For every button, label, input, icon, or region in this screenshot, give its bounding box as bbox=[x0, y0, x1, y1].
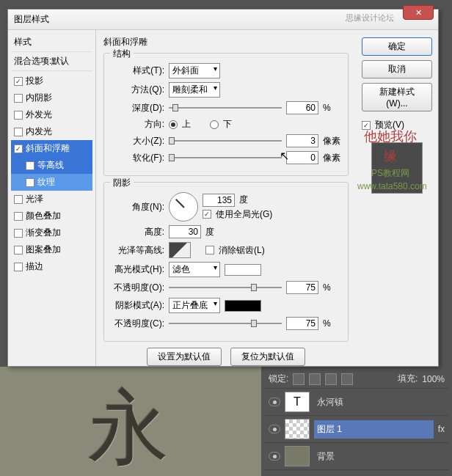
structure-group: 结构 样式(T): 外斜面 方法(Q): 雕刻柔和 深度(D): 60 % 方向… bbox=[103, 53, 349, 176]
angle-wheel[interactable] bbox=[169, 192, 198, 221]
style-checkbox[interactable] bbox=[26, 161, 34, 170]
style-item-内发光[interactable]: 内发光 bbox=[11, 123, 92, 140]
visibility-icon[interactable] bbox=[269, 425, 280, 433]
style-checkbox[interactable] bbox=[14, 94, 23, 103]
reset-default-button[interactable]: 复位为默认值 bbox=[230, 348, 305, 366]
visibility-icon[interactable] bbox=[269, 452, 280, 461]
direction-up-radio[interactable] bbox=[169, 120, 178, 129]
group-title: 结构 bbox=[110, 48, 134, 60]
shadow-opacity-slider[interactable] bbox=[169, 318, 282, 329]
highlight-opacity-slider[interactable] bbox=[169, 282, 282, 293]
depth-input[interactable]: 60 bbox=[286, 101, 318, 114]
size-input[interactable]: 3 bbox=[286, 134, 318, 147]
global-light-check[interactable]: ✓ bbox=[203, 210, 211, 219]
global-light-label: 使用全局光(G) bbox=[216, 208, 272, 221]
style-checkbox[interactable] bbox=[14, 195, 23, 204]
style-item-渐变叠加[interactable]: 渐变叠加 bbox=[11, 224, 92, 241]
titlebar[interactable]: 图层样式 思缘设计论坛 ✕ bbox=[8, 10, 438, 30]
style-checkbox[interactable] bbox=[14, 263, 23, 271]
style-checkbox[interactable]: ✓ bbox=[14, 77, 23, 86]
close-button[interactable]: ✕ bbox=[403, 5, 434, 20]
layer-label[interactable]: 永河镇 bbox=[314, 393, 445, 411]
style-item-图案叠加[interactable]: 图案叠加 bbox=[11, 241, 92, 258]
visibility-icon[interactable] bbox=[269, 398, 280, 406]
lock-all-icon[interactable] bbox=[341, 373, 353, 385]
depth-label: 深度(D): bbox=[112, 102, 164, 114]
highlight-mode-combo[interactable]: 滤色 bbox=[169, 262, 220, 277]
highlight-mode-label: 高光模式(H): bbox=[112, 263, 164, 276]
preview-check[interactable]: ✓ bbox=[362, 121, 371, 130]
altitude-unit: 度 bbox=[205, 226, 223, 238]
gloss-contour-picker[interactable] bbox=[169, 242, 191, 258]
layer-label[interactable]: 图层 1 bbox=[314, 420, 434, 439]
depth-slider[interactable] bbox=[169, 103, 282, 113]
shadow-color-swatch[interactable] bbox=[225, 300, 261, 312]
new-style-button[interactable]: 新建样式(W)... bbox=[362, 83, 432, 111]
direction-down-radio[interactable] bbox=[210, 120, 219, 129]
fill-value[interactable]: 100% bbox=[422, 374, 445, 384]
style-checkbox[interactable] bbox=[14, 229, 23, 238]
size-unit: 像素 bbox=[323, 135, 340, 147]
make-default-button[interactable]: 设置为默认值 bbox=[147, 348, 222, 366]
style-item-投影[interactable]: ✓投影 bbox=[11, 73, 92, 89]
style-item-内阴影[interactable]: 内阴影 bbox=[11, 89, 92, 106]
angle-label: 角度(N): bbox=[112, 201, 164, 213]
layers-lock-row: 锁定: 填充: 100% bbox=[264, 370, 449, 389]
altitude-input[interactable]: 30 bbox=[169, 225, 201, 238]
size-slider[interactable] bbox=[169, 136, 282, 146]
angle-input[interactable]: 135 bbox=[203, 194, 235, 207]
ok-button[interactable]: 确定 bbox=[362, 37, 432, 56]
bevel-settings: 斜面和浮雕 结构 样式(T): 外斜面 方法(Q): 雕刻柔和 深度(D): 6… bbox=[96, 30, 356, 366]
style-checkbox[interactable] bbox=[14, 212, 23, 221]
style-label: 内阴影 bbox=[26, 92, 52, 104]
style-item-光泽[interactable]: 光泽 bbox=[11, 191, 92, 208]
styles-header[interactable]: 样式 bbox=[11, 33, 92, 52]
shadow-opacity-unit: % bbox=[323, 318, 340, 329]
lock-pixels-icon[interactable] bbox=[309, 373, 321, 385]
style-item-颜色叠加[interactable]: 颜色叠加 bbox=[11, 208, 92, 224]
style-checkbox[interactable] bbox=[26, 178, 34, 187]
layer-row[interactable]: 图层 1 fx bbox=[264, 416, 449, 443]
style-checkbox[interactable] bbox=[14, 246, 23, 255]
shadow-opacity-input[interactable]: 75 bbox=[286, 317, 318, 330]
depth-unit: % bbox=[323, 103, 340, 113]
highlight-opacity-input[interactable]: 75 bbox=[286, 281, 318, 294]
highlight-color-swatch[interactable] bbox=[225, 264, 261, 276]
lock-position-icon[interactable] bbox=[325, 373, 337, 385]
style-combo[interactable]: 外斜面 bbox=[169, 63, 220, 78]
altitude-label: 高度: bbox=[112, 226, 164, 238]
angle-unit: 度 bbox=[239, 194, 257, 206]
shading-group: 阴影 角度(N): 135 度 ✓ 使用全局光(G) bbox=[103, 182, 349, 342]
style-item-外发光[interactable]: 外发光 bbox=[11, 106, 92, 123]
cancel-button[interactable]: 取消 bbox=[362, 60, 432, 78]
fx-badge[interactable]: fx bbox=[438, 424, 445, 434]
layer-row[interactable]: 背景 bbox=[264, 443, 449, 470]
layer-style-dialog: 图层样式 思缘设计论坛 ✕ 样式 混合选项:默认 ✓投影内阴影外发光内发光✓斜面… bbox=[7, 9, 439, 367]
style-checkbox[interactable]: ✓ bbox=[14, 144, 23, 153]
style-label: 等高线 bbox=[37, 159, 64, 172]
style-item-纹理[interactable]: 纹理 bbox=[11, 174, 92, 191]
soften-slider[interactable] bbox=[169, 153, 282, 163]
technique-label: 方法(Q): bbox=[112, 84, 164, 96]
style-checkbox[interactable] bbox=[14, 111, 23, 120]
layer-label[interactable]: 背景 bbox=[314, 447, 445, 466]
preview-label: 预览(V) bbox=[375, 119, 404, 131]
style-item-描边[interactable]: 描边 bbox=[11, 258, 92, 275]
layer-row[interactable]: T 永河镇 bbox=[264, 389, 449, 416]
shadow-mode-label: 阴影模式(A): bbox=[112, 299, 164, 312]
style-item-斜面和浮雕[interactable]: ✓斜面和浮雕 bbox=[11, 140, 92, 157]
style-checkbox[interactable] bbox=[14, 128, 23, 136]
style-label: 描边 bbox=[26, 260, 43, 273]
blend-options[interactable]: 混合选项:默认 bbox=[11, 52, 92, 71]
antialias-label: 消除锯齿(L) bbox=[219, 244, 265, 257]
antialias-check[interactable] bbox=[205, 246, 214, 255]
lock-transparent-icon[interactable] bbox=[293, 373, 305, 385]
shadow-mode-combo[interactable]: 正片叠底 bbox=[169, 298, 220, 313]
soften-input[interactable]: 0 bbox=[286, 151, 318, 164]
layer-thumb bbox=[285, 419, 310, 439]
style-item-等高线[interactable]: 等高线 bbox=[11, 157, 92, 174]
style-label: 纹理 bbox=[37, 176, 55, 188]
technique-combo[interactable]: 雕刻柔和 bbox=[169, 82, 220, 98]
down-label: 下 bbox=[223, 118, 232, 131]
preview-swatch bbox=[371, 142, 423, 194]
